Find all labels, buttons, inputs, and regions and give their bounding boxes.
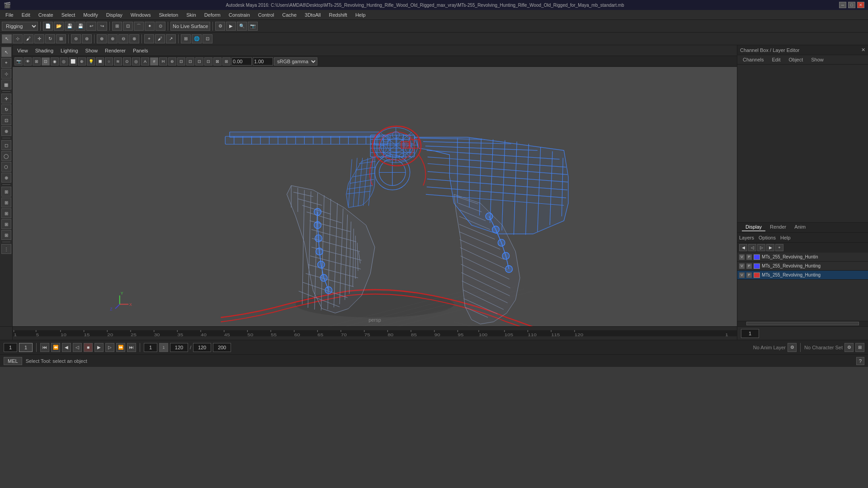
tab-edit[interactable]: Edit [768, 56, 784, 63]
playback-to-start[interactable]: ⏮ [40, 343, 49, 352]
vp-safe-action[interactable]: ⊡ [195, 57, 203, 66]
timeline-area[interactable]: 1 5 10 15 20 25 30 35 40 45 50 [0, 326, 868, 340]
rotate-manipulator-button[interactable]: ↻ [1, 104, 11, 114]
layer-playback-1[interactable]: P [746, 254, 752, 260]
playback-current-frame[interactable] [19, 343, 33, 352]
layer-playback-3[interactable]: P [746, 272, 752, 278]
paint-skin-weights[interactable]: 🖌 [155, 34, 165, 43]
remove-joint[interactable]: ⊖ [118, 34, 128, 43]
script-mode-label[interactable]: MEL [4, 357, 22, 365]
anim-layer-options[interactable]: ⚙ [788, 343, 797, 352]
vp-depth[interactable]: ⊙ [123, 57, 131, 66]
create-volume-button[interactable]: ⬡ [1, 162, 11, 172]
channel-box-close-icon[interactable]: ✕ [861, 47, 865, 53]
layer-visibility-3[interactable]: V [739, 272, 745, 278]
vp-motion-blur[interactable]: ≋ [114, 57, 122, 66]
layer-scroll-track[interactable] [746, 322, 859, 325]
layer-item-1[interactable]: V P MTs_255_Revolving_Huntin [737, 253, 868, 262]
snap-to-view[interactable]: ⊙ [156, 22, 165, 31]
vp-value1-input[interactable] [231, 57, 252, 66]
insert-joint[interactable]: ⊕ [108, 34, 118, 43]
scale-manipulator-button[interactable]: ⊡ [1, 115, 11, 125]
mode-selector[interactable]: Rigging [2, 22, 38, 31]
layer-sub-tab-help[interactable]: Help [780, 235, 791, 240]
layer-add-button[interactable]: + [775, 244, 783, 251]
save-scene-button[interactable]: 💾 [65, 22, 75, 31]
save-as-button[interactable]: 💾 [75, 22, 85, 31]
soft-select[interactable]: ⊜ [71, 34, 81, 43]
playback-play-forward[interactable]: ▶ [94, 343, 104, 352]
layer-step-next-button[interactable]: ▷ [757, 244, 765, 251]
vp-aa[interactable]: A [141, 57, 149, 66]
select-tool[interactable]: ↖ [2, 34, 12, 43]
object-space[interactable]: ⊡ [203, 34, 212, 43]
show-render[interactable]: 📷 [248, 22, 258, 31]
create-poly-button[interactable]: ◻ [1, 140, 11, 150]
timeline-frame-input[interactable] [741, 329, 759, 338]
tab-render[interactable]: Render [766, 223, 790, 231]
show-manipulator[interactable]: ⊛ [82, 34, 92, 43]
viewport-menu-renderer[interactable]: Renderer [102, 47, 128, 54]
vp-panel-config[interactable]: ⊞ [222, 57, 231, 66]
menu-windows[interactable]: Windows [127, 11, 155, 19]
layer-color-3[interactable] [754, 272, 760, 278]
new-scene-button[interactable]: 📄 [43, 22, 53, 31]
playback-range-start[interactable] [144, 343, 157, 352]
layer-playback-2[interactable]: P [746, 263, 752, 269]
layer-button-1[interactable]: ⊞ [1, 187, 11, 197]
layer-item-3[interactable]: V P MTs_255_Revolving_Hunting [737, 271, 868, 280]
vp-hud[interactable]: H [159, 57, 167, 66]
tab-display[interactable]: Display [742, 223, 765, 231]
menu-deform[interactable]: Deform [201, 11, 224, 19]
menu-edit[interactable]: Edit [18, 11, 34, 19]
render-current[interactable]: ▶ [226, 22, 236, 31]
maximize-button[interactable]: □ [848, 2, 855, 8]
viewport-menu-lighting[interactable]: Lighting [58, 47, 81, 54]
rotate-tool[interactable]: ↻ [45, 34, 55, 43]
scale-tool[interactable]: ⊞ [56, 34, 66, 43]
menu-3dtoall[interactable]: 3DtoAll [301, 11, 324, 19]
playback-range-end[interactable] [170, 343, 188, 352]
create-joint[interactable]: ⊕ [97, 34, 107, 43]
layer-item-2[interactable]: V P MTs_255_Revolving_Hunting [737, 262, 868, 271]
layer-next-button[interactable]: ▶ [766, 244, 774, 251]
lasso-tool-button[interactable]: ⊹ [1, 69, 11, 79]
select-by-hierarchy[interactable]: ⊞ [112, 22, 122, 31]
menu-redshift[interactable]: Redshift [326, 11, 351, 19]
playback-next-frame[interactable]: ▷ [105, 343, 114, 352]
layer-button-3[interactable]: ⊞ [1, 208, 11, 218]
mirror-joint[interactable]: ⊗ [129, 34, 139, 43]
layer-color-2[interactable] [754, 263, 760, 269]
vp-lights[interactable]: 💡 [87, 57, 95, 66]
snap-to-curve[interactable]: ⌒ [134, 22, 144, 31]
menu-skeleton[interactable]: Skeleton [155, 11, 182, 19]
layer-visibility-1[interactable]: V [739, 254, 745, 260]
tab-anim[interactable]: Anim [791, 223, 809, 231]
vp-frame-all[interactable]: ⊞ [33, 57, 41, 66]
vp-colorspace-select[interactable]: sRGB gamma [274, 57, 317, 66]
vp-texture[interactable]: ⊕ [78, 57, 86, 66]
char-set-options[interactable]: ⚙ [844, 343, 854, 352]
ik-handle[interactable]: ↗ [166, 34, 176, 43]
menu-file[interactable]: File [2, 11, 17, 19]
render-settings[interactable]: ⚙ [215, 22, 225, 31]
paint-select[interactable]: 🖌 [24, 34, 33, 43]
layer-sub-tab-options[interactable]: Options [759, 235, 776, 240]
vp-filmgate[interactable]: ⊠ [213, 57, 222, 66]
playback-to-end[interactable]: ⏭ [127, 343, 136, 352]
layer-visibility-2[interactable]: V [739, 263, 745, 269]
playback-max-frame[interactable] [193, 343, 211, 352]
layer-button-4[interactable]: ⊞ [1, 219, 11, 229]
minimize-button[interactable]: ─ [839, 2, 846, 8]
menu-create[interactable]: Create [35, 11, 57, 19]
vp-safe-title[interactable]: ⊡ [204, 57, 212, 66]
vp-resolution[interactable]: ⊡ [177, 57, 185, 66]
layer-color-1[interactable] [754, 254, 760, 260]
vp-ao[interactable]: ○ [105, 57, 113, 66]
undo-button[interactable]: ↩ [86, 22, 96, 31]
playback-start-frame[interactable] [4, 343, 17, 352]
layer-step-prev-button[interactable]: ◁ [748, 244, 756, 251]
playback-step-forward[interactable]: ⏩ [116, 343, 125, 352]
snap-to-point[interactable]: ✦ [145, 22, 155, 31]
layer-button-5[interactable]: ⊞ [1, 230, 11, 240]
